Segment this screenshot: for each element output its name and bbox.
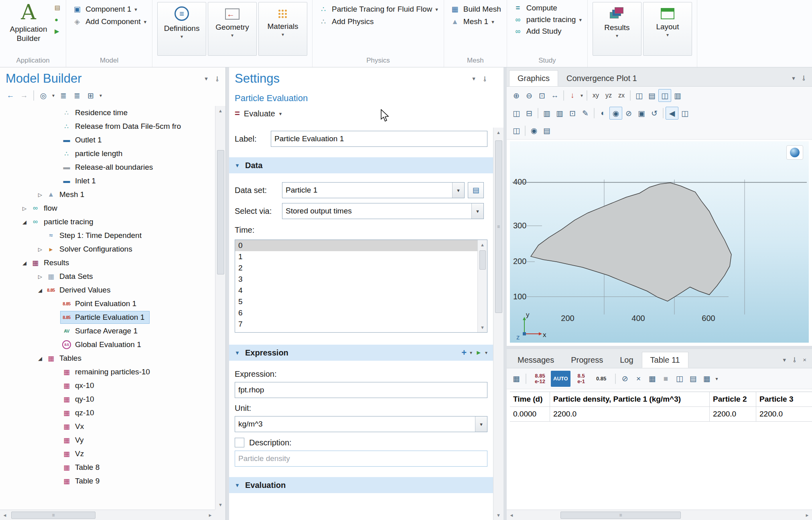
- tree-expand-arrow-icon[interactable]: ◢: [20, 260, 29, 266]
- tab-graphics[interactable]: Graphics: [509, 70, 558, 86]
- merge-window-icon[interactable]: ⊟: [523, 107, 536, 120]
- tree-item[interactable]: ▦ qx-10: [0, 379, 215, 392]
- copy-plot-icon[interactable]: ▤: [646, 89, 658, 102]
- show-icon[interactable]: ◎: [37, 89, 50, 102]
- scientific-notation-button[interactable]: 8.5e-1: [572, 371, 591, 387]
- model-builder-vertical-scrollbar[interactable]: ▲ ▼: [215, 106, 225, 510]
- tree-expand-arrow-icon[interactable]: ◢: [35, 355, 45, 362]
- go-to-default-view-icon[interactable]: ↓: [566, 89, 579, 102]
- zoom-in-icon[interactable]: ⊕: [510, 89, 523, 102]
- auto-notation-button[interactable]: AUTO: [551, 371, 570, 387]
- scrollbar-thumb[interactable]: [479, 250, 486, 270]
- tab-table-11[interactable]: Table 11: [642, 352, 688, 368]
- column-header-particle-2[interactable]: Particle 2: [710, 392, 756, 406]
- time-option[interactable]: 1: [235, 251, 477, 262]
- window-layout-icon[interactable]: ◫: [510, 124, 523, 137]
- evaluation-section-header[interactable]: ▼ Evaluation: [229, 477, 493, 493]
- tree-item[interactable]: 8.5 Global Evaluation 1: [0, 338, 215, 351]
- time-option[interactable]: 7: [235, 319, 477, 330]
- add-component-button[interactable]: ◈ Add Component ▾: [70, 16, 148, 27]
- label-input[interactable]: [271, 131, 487, 147]
- table-horizontal-scrollbar[interactable]: ◄ ≡ ►: [507, 510, 812, 520]
- close-icon[interactable]: ×: [803, 356, 806, 363]
- tree-expand-arrow-icon[interactable]: ▷: [35, 274, 45, 280]
- print-icon[interactable]: ▤: [540, 124, 553, 137]
- select-box-icon[interactable]: ⊡: [566, 107, 579, 120]
- comsol-orb-button[interactable]: [786, 145, 803, 160]
- back-icon[interactable]: ←: [4, 89, 17, 102]
- play-animation-icon[interactable]: ▥: [553, 107, 566, 120]
- forward-icon[interactable]: →: [18, 89, 30, 102]
- float-window-icon[interactable]: ◫: [678, 107, 691, 120]
- panel-menu-caret-icon[interactable]: ▾: [792, 75, 795, 82]
- zoom-extents-icon[interactable]: ↔: [548, 89, 561, 102]
- panel-menu-caret-icon[interactable]: ▾: [783, 356, 786, 364]
- tree-item[interactable]: ▬ Release-all boundaries: [0, 160, 215, 174]
- tree-item[interactable]: 8.85 Particle Evaluation 1: [0, 311, 215, 324]
- scroll-up-icon[interactable]: ▲: [478, 240, 487, 250]
- clear-table-icon[interactable]: ⊘: [619, 372, 631, 385]
- scroll-down-icon[interactable]: ▼: [493, 510, 503, 520]
- particle-tracing-for-fluid-flow-button[interactable]: ∴ Particle Tracing for Fluid Flow ▾: [317, 4, 440, 14]
- time-listbox[interactable]: 0 1 2 3 4 5 6: [235, 240, 487, 333]
- tree-item[interactable]: ▦ Vy: [0, 433, 215, 447]
- table-format-icon[interactable]: ▦: [510, 372, 523, 385]
- scene-color-icon[interactable]: ▣: [635, 107, 648, 120]
- scroll-right-icon[interactable]: ►: [802, 510, 812, 520]
- tree-item[interactable]: ▬ Outlet 1: [0, 133, 215, 147]
- view-xy-icon[interactable]: xy: [589, 89, 602, 102]
- view-yz-icon[interactable]: yz: [602, 89, 615, 102]
- description-input[interactable]: [235, 451, 487, 467]
- delete-table-icon[interactable]: ×: [632, 372, 645, 385]
- tree-item[interactable]: ▷ ▦ Data Sets: [0, 270, 215, 283]
- time-option[interactable]: 6: [235, 307, 477, 319]
- tab-messages[interactable]: Messages: [509, 352, 562, 368]
- import-table-icon[interactable]: ▦: [646, 372, 659, 385]
- zoom-out-icon[interactable]: ⊖: [523, 89, 536, 102]
- time-option[interactable]: 2: [235, 262, 477, 274]
- description-checkbox[interactable]: [235, 438, 244, 447]
- pin-icon[interactable]: ⊸: [790, 357, 799, 362]
- tree-expand-arrow-icon[interactable]: ◢: [35, 287, 45, 293]
- tree-item[interactable]: AV Surface Average 1: [0, 324, 215, 338]
- compute-button[interactable]: = Compute: [511, 3, 583, 13]
- run-application-icon[interactable]: ▶: [55, 28, 60, 35]
- pin-icon[interactable]: ⊸: [480, 76, 489, 81]
- scrollbar-thumb[interactable]: ≡: [560, 512, 681, 519]
- scrollbar-thumb[interactable]: [217, 150, 224, 274]
- tree-item[interactable]: ◢ 8.85 Derived Values: [0, 283, 215, 297]
- tree-item[interactable]: ▦ qz-10: [0, 406, 215, 420]
- panel-menu-caret-icon[interactable]: ▾: [205, 75, 208, 82]
- dock-window-icon[interactable]: ◫: [658, 89, 671, 102]
- column-header-particle-density-1[interactable]: Particle density, Particle 1 (kg/m^3): [550, 392, 710, 406]
- time-listbox-scrollbar[interactable]: ▲ ▼: [477, 240, 487, 332]
- expand-all-icon[interactable]: ≣: [71, 89, 83, 102]
- scroll-down-icon[interactable]: ▼: [478, 323, 487, 332]
- copy-table-icon[interactable]: ◫: [673, 372, 686, 385]
- panel-menu-caret-icon[interactable]: ▾: [472, 75, 475, 82]
- sound-icon[interactable]: ◀: [666, 107, 678, 120]
- tab-log[interactable]: Log: [611, 352, 641, 368]
- results-button[interactable]: Results ▾: [593, 2, 641, 56]
- view-zx-icon[interactable]: zx: [615, 89, 628, 102]
- tree-item[interactable]: ▷ ∞ flow: [0, 201, 215, 215]
- hide-objects-icon[interactable]: ⊘: [622, 107, 635, 120]
- model-builder-horizontal-scrollbar[interactable]: ◄ ≡ ►: [0, 510, 215, 520]
- scroll-up-icon[interactable]: ▲: [215, 106, 225, 116]
- tile-windows-icon[interactable]: ▥: [671, 89, 684, 102]
- test-application-icon[interactable]: ●: [55, 16, 60, 23]
- split-window-icon[interactable]: ◫: [510, 107, 523, 120]
- model-tree-settings-icon[interactable]: ⊞: [84, 89, 97, 102]
- time-option[interactable]: 3: [235, 274, 477, 285]
- new-plot-window-icon[interactable]: ◫: [633, 89, 646, 102]
- dataset-combobox[interactable]: Particle 1 ▾: [282, 182, 465, 198]
- build-mesh-button[interactable]: ▦ Build Mesh: [448, 4, 503, 14]
- record-animation-icon[interactable]: ▥: [540, 107, 553, 120]
- new-dataset-button[interactable]: ▤: [468, 182, 484, 198]
- chevron-down-icon[interactable]: ▾: [470, 350, 472, 355]
- settings-vertical-scrollbar[interactable]: ▲ ≡ ▼: [493, 128, 503, 520]
- tree-expand-arrow-icon[interactable]: ▷: [35, 246, 45, 252]
- scroll-up-icon[interactable]: ▲: [493, 128, 503, 137]
- chevron-down-icon[interactable]: ▾: [471, 203, 483, 219]
- tree-item[interactable]: ▦ remaining particles-10: [0, 365, 215, 379]
